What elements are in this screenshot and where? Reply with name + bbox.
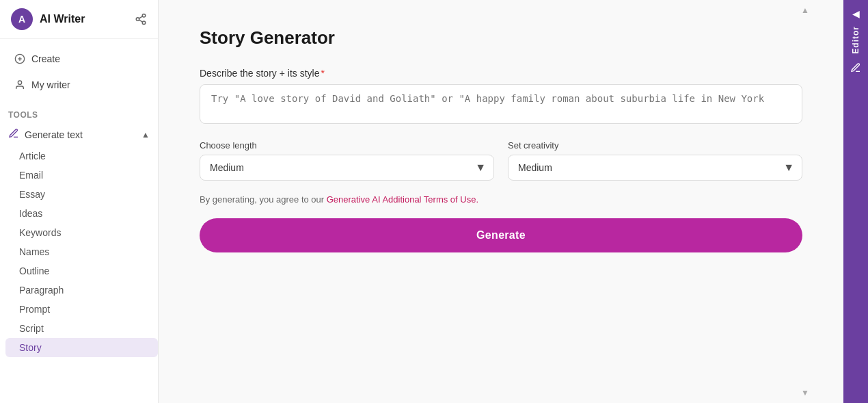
creativity-dropdown-wrapper: Low Medium High ▼ xyxy=(508,155,802,181)
sub-item-outline[interactable]: Outline xyxy=(5,261,158,281)
create-icon xyxy=(14,53,26,65)
dropdowns-row: Choose length Short Medium Long ▼ Set cr… xyxy=(200,140,802,181)
sub-item-email[interactable]: Email xyxy=(5,166,158,185)
length-dropdown-group: Choose length Short Medium Long ▼ xyxy=(200,140,494,181)
main-content: ▲ Story Generator Describe the story + i… xyxy=(159,0,843,403)
field-label: Describe the story + its style* xyxy=(200,68,802,79)
sub-menu: Article Email Essay Ideas Keywords Names… xyxy=(0,146,158,357)
sidebar-header: A AI Writer xyxy=(0,0,158,39)
share-button[interactable] xyxy=(135,13,147,25)
app-title: AI Writer xyxy=(40,13,85,25)
sub-item-prompt[interactable]: Prompt xyxy=(5,300,158,319)
generate-button[interactable]: Generate xyxy=(200,218,802,252)
creativity-dropdown-group: Set creativity Low Medium High ▼ xyxy=(508,140,802,181)
length-dropdown-wrapper: Short Medium Long ▼ xyxy=(200,155,494,181)
panel-collapse-arrow[interactable]: ◀ xyxy=(850,5,863,22)
app-logo: A xyxy=(11,8,33,30)
sub-item-ideas[interactable]: Ideas xyxy=(5,204,158,223)
form-container: Describe the story + its style* Choose l… xyxy=(200,68,802,252)
tools-label: Tools xyxy=(0,105,158,122)
generate-text-label: Generate text xyxy=(25,129,83,140)
creativity-select[interactable]: Low Medium High xyxy=(508,155,802,181)
terms-text: By generating, you agree to our Generati… xyxy=(200,194,802,205)
svg-line-4 xyxy=(139,16,142,18)
user-icon xyxy=(14,79,26,91)
create-nav-item[interactable]: Create xyxy=(5,47,152,70)
sub-item-keywords[interactable]: Keywords xyxy=(5,223,158,242)
story-description-input[interactable] xyxy=(200,84,802,124)
sub-item-story[interactable]: Story xyxy=(5,338,158,357)
generate-text-icon xyxy=(8,128,19,141)
length-select[interactable]: Short Medium Long xyxy=(200,155,494,181)
my-writer-label: My writer xyxy=(31,79,70,90)
sub-item-article[interactable]: Article xyxy=(5,146,158,166)
right-panel: ◀ Editor xyxy=(843,0,868,403)
creativity-label: Set creativity xyxy=(508,140,802,151)
create-label: Create xyxy=(31,53,60,64)
sidebar-nav: Create My writer xyxy=(0,39,158,105)
scroll-down-arrow[interactable]: ▼ xyxy=(801,388,809,398)
sub-item-essay[interactable]: Essay xyxy=(5,185,158,204)
page-title: Story Generator xyxy=(200,27,802,49)
sub-item-names[interactable]: Names xyxy=(5,242,158,261)
my-writer-nav-item[interactable]: My writer xyxy=(5,73,152,96)
chevron-up-icon: ▲ xyxy=(141,130,150,140)
required-star: * xyxy=(321,68,324,79)
length-label: Choose length xyxy=(200,140,494,151)
terms-link[interactable]: Generative AI Additional Terms of Use. xyxy=(327,194,478,205)
svg-line-3 xyxy=(139,20,142,22)
generate-text-item[interactable]: Generate text ▲ xyxy=(0,122,158,146)
sub-item-paragraph[interactable]: Paragraph xyxy=(5,281,158,300)
scroll-up-arrow[interactable]: ▲ xyxy=(801,5,809,15)
sub-item-script[interactable]: Script xyxy=(5,319,158,338)
pencil-icon xyxy=(850,62,861,76)
svg-point-8 xyxy=(18,81,21,84)
sidebar: A AI Writer Create My writer xyxy=(0,0,159,403)
editor-label: Editor xyxy=(851,26,860,54)
